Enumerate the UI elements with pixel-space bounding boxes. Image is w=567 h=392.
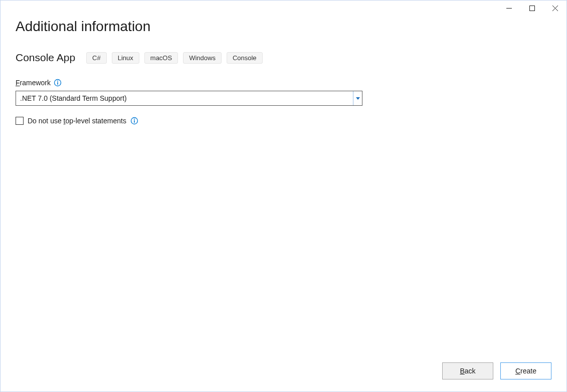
dropdown-chevron-icon[interactable]: [353, 91, 362, 105]
back-button[interactable]: Back: [442, 362, 493, 379]
svg-point-8: [134, 119, 135, 120]
info-icon[interactable]: [130, 117, 138, 125]
top-level-statements-label: Do not use top-level statements: [28, 117, 126, 125]
info-icon[interactable]: [54, 79, 62, 87]
minimize-button[interactable]: [497, 1, 520, 16]
create-button[interactable]: Create: [500, 362, 551, 379]
svg-point-5: [57, 81, 58, 82]
page-title: Additional information: [16, 19, 551, 35]
dialog-footer: Back Create: [442, 362, 551, 379]
maximize-button[interactable]: [520, 1, 543, 16]
template-summary-row: Console App C# Linux macOS Windows Conso…: [16, 52, 551, 64]
template-tag: Console: [227, 52, 263, 64]
template-tag: Linux: [112, 52, 139, 64]
framework-dropdown[interactable]: .NET 7.0 (Standard Term Support): [16, 91, 362, 106]
top-level-statements-row: Do not use top-level statements: [16, 117, 551, 125]
template-name: Console App: [16, 52, 75, 64]
svg-rect-6: [57, 82, 58, 85]
top-level-statements-checkbox[interactable]: [16, 117, 24, 125]
svg-rect-9: [134, 120, 135, 123]
dialog-content: Additional information Console App C# Li…: [1, 1, 566, 125]
template-tag: C#: [86, 52, 107, 64]
framework-selected-value: .NET 7.0 (Standard Term Support): [16, 91, 353, 105]
template-tag: macOS: [144, 52, 178, 64]
close-button[interactable]: [543, 1, 566, 16]
framework-label: Framework: [16, 79, 551, 87]
svg-rect-1: [529, 6, 534, 11]
template-tag: Windows: [183, 52, 222, 64]
window-titlebar: [497, 1, 566, 17]
framework-label-text: Framework: [16, 79, 51, 87]
